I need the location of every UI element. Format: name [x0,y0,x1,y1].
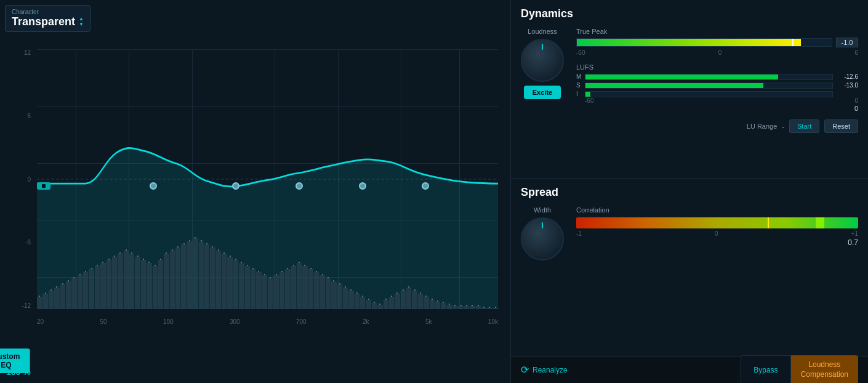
spread-content: Width Correlation [521,206,858,260]
lufs-section: LUFS M -12.6 [576,63,858,112]
lu-start-button[interactable]: Start [789,119,819,133]
spectrum-bar [291,266,296,309]
spectrum-bar [464,306,469,309]
dynamics-title: Dynamics [521,7,858,20]
lufs-row-i: I [576,91,858,97]
scale-6: 6 [854,49,858,56]
y-label-0: 0 [27,176,31,183]
spectrum-bar [389,297,394,309]
spectrum-bar [95,266,100,309]
spectrum-bar [452,306,457,309]
spectrum-bar [372,303,377,309]
eq-canvas: 12 6 0 -6 -12 [12,49,498,334]
lu-reset-button[interactable]: Reset [824,119,858,133]
lufs-bar-s [585,83,763,88]
x-label-50: 50 [100,318,106,325]
correlation-section: Correlation -1 0 +1 0.7 [576,206,858,247]
spectrum-bar [262,275,267,309]
reanalyze-icon: ⟳ [521,364,529,376]
meters-container: True Peak -1.0 -60 0 6 [576,28,858,133]
right-panel: Dynamics Loudness Excite True Peak [511,0,868,383]
y-axis: 12 6 0 -6 -12 [12,49,34,309]
lufs-scale-0: 0 [854,97,858,104]
spectrum-bar [187,241,192,309]
x-label-10k: 10k [488,318,498,325]
x-label-2k: 2k [363,318,369,325]
spectrum-bar [141,260,146,309]
custom-eq-btn[interactable]: Custom EQ [0,349,30,373]
spectrum-bar [227,257,232,309]
spectrum-bar [49,291,54,309]
scale-neg60: -60 [576,49,585,56]
character-selector[interactable]: Character Transparent ▲ ▼ [5,5,90,32]
spectrum-bar [245,266,250,309]
corr-scale-pos1: +1 [851,230,858,237]
spectrum-bar [412,291,417,309]
spectrum-bar [366,300,371,309]
spectrum-bar [285,269,290,309]
spectrum-bar [153,266,158,309]
true-peak-scale: -60 0 6 [576,49,858,56]
spectrum-bar [476,306,481,309]
x-label-100: 100 [163,318,174,325]
corr-scale-neg1: -1 [576,230,582,237]
spectrum-bar [355,294,360,309]
correlation-scale: -1 0 +1 [576,230,858,237]
eq-node-2[interactable] [232,182,239,190]
bypass-button[interactable]: Bypass [741,355,790,383]
spectrum-bar [124,251,129,309]
spectrum-bar [406,288,411,309]
spectrum-bar [395,294,400,309]
lufs-channel-s: S [576,82,581,89]
spectrum-bar [256,272,261,309]
eq-node-1[interactable] [150,182,157,190]
lufs-bar-s-container [585,83,833,89]
lufs-value-m: -12.6 [837,73,858,80]
spectrum-bar [175,248,180,309]
spectrum-bar [170,251,175,309]
spectrum-bar [348,291,353,309]
lufs-scale: -60 0 [585,97,858,104]
spectrum-bar [319,275,324,309]
spectrum-bar [297,263,302,309]
lufs-bar-i [585,92,590,97]
lufs-channel-i: I [576,91,581,97]
width-knob[interactable] [521,217,564,260]
spectrum-bar [118,254,123,309]
loudness-comp-label: LoudnessCompensation [801,360,848,379]
spectrum-bar [199,241,204,309]
y-label-6: 6 [27,113,31,119]
loudness-knob[interactable] [521,39,564,82]
spectrum-bar [216,251,221,309]
lufs-row-m: M -12.6 [576,73,858,80]
bottom-bar: ⟳ Reanalyze Bypass LoudnessCompensation [511,356,868,383]
spectrum-bar [181,244,186,309]
spectrum-bar [222,254,227,309]
spectrum-bars [37,223,498,309]
spectrum-bar [384,300,388,309]
arrow-up-icon: ▲ [79,17,84,22]
spectrum-bar [487,308,492,310]
low-cut-button[interactable] [37,182,50,190]
loudness-compensation-button[interactable]: LoudnessCompensation [791,355,858,383]
dynamics-content: Loudness Excite True Peak [521,28,858,133]
eq-node-5[interactable] [422,182,429,190]
spectrum-bar [158,260,163,309]
lufs-title: LUFS [576,63,858,71]
y-label-neg12: -12 [22,302,31,309]
spectrum-bar [314,272,319,309]
true-peak-title: True Peak [576,28,858,35]
correlation-bar-container [576,217,858,228]
spectrum-bar [233,260,238,309]
spread-title: Spread [521,186,858,199]
eq-node-4[interactable] [359,182,366,190]
true-peak-bar [577,39,801,46]
reanalyze-button[interactable]: ⟳ Reanalyze [521,364,568,376]
spectrum-bar [302,266,307,309]
eq-node-3[interactable] [295,182,303,190]
excite-button[interactable]: Excite [524,86,561,99]
lu-controls: LU Range - Start Reset [576,119,858,133]
spectrum-bar [430,300,435,309]
spectrum-bar [441,303,446,309]
corr-scale-0: 0 [715,230,718,237]
